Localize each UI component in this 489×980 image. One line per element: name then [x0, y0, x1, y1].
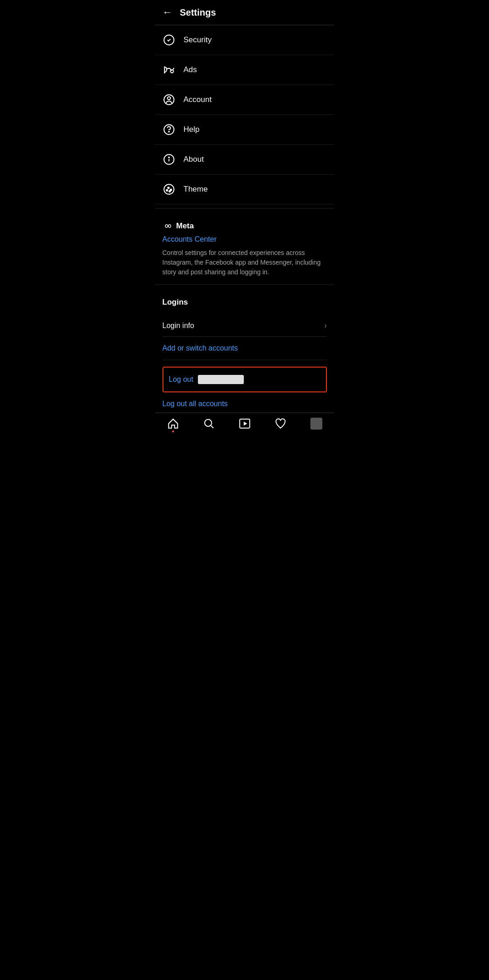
svg-point-11: [166, 190, 168, 191]
divider: [155, 208, 334, 209]
svg-point-1: [170, 70, 174, 73]
about-label: About: [184, 155, 204, 164]
meta-section: Meta Accounts Center Control settings fo…: [155, 212, 334, 281]
svg-point-13: [170, 189, 171, 190]
divider-2: [155, 284, 334, 285]
theme-label: Theme: [184, 185, 208, 194]
svg-marker-18: [243, 422, 247, 426]
search-icon: [203, 418, 215, 430]
heart-icon: [275, 418, 287, 430]
home-active-dot: [172, 431, 174, 432]
login-info-label: Login info: [163, 322, 194, 330]
account-label: Account: [184, 95, 212, 104]
svg-point-9: [169, 157, 169, 158]
nav-profile[interactable]: [310, 418, 322, 430]
settings-menu: Security Ads Account: [155, 25, 334, 204]
sidebar-item-account[interactable]: Account: [155, 85, 334, 115]
logins-title: Logins: [163, 298, 327, 307]
sidebar-item-security[interactable]: Security: [155, 25, 334, 55]
page-title: Settings: [180, 7, 216, 18]
svg-point-10: [164, 184, 174, 194]
reels-icon: [239, 418, 251, 430]
logout-row-wrapper: Log out: [163, 367, 327, 392]
sidebar-item-theme[interactable]: Theme: [155, 175, 334, 204]
security-label: Security: [184, 35, 212, 45]
logout-row[interactable]: Log out: [163, 368, 326, 391]
security-icon: [163, 34, 175, 46]
account-icon: [163, 93, 175, 106]
svg-point-15: [204, 419, 211, 426]
nav-likes[interactable]: [275, 418, 287, 430]
svg-point-6: [169, 131, 169, 132]
meta-logo-icon: [163, 223, 174, 229]
svg-point-14: [169, 191, 170, 192]
help-label: Help: [184, 125, 200, 134]
profile-thumbnail: [310, 418, 322, 430]
logout-username-redacted: [198, 375, 244, 384]
nav-home[interactable]: [167, 418, 179, 430]
svg-line-16: [211, 425, 213, 428]
nav-search[interactable]: [203, 418, 215, 430]
sidebar-item-about[interactable]: About: [155, 145, 334, 175]
help-icon: [163, 123, 175, 136]
meta-description: Control settings for connected experienc…: [163, 248, 327, 277]
ads-icon: [163, 63, 175, 76]
meta-logo-row: Meta: [163, 221, 327, 231]
about-icon: [163, 153, 175, 166]
logins-section: Logins Login info › Add or switch accoun…: [155, 289, 334, 413]
sidebar-item-ads[interactable]: Ads: [155, 55, 334, 85]
header: ← Settings: [155, 0, 334, 25]
sidebar-item-help[interactable]: Help: [155, 115, 334, 145]
svg-point-12: [168, 187, 169, 188]
svg-point-4: [167, 97, 170, 100]
accounts-center-link[interactable]: Accounts Center: [163, 235, 327, 244]
logout-all-accounts-link[interactable]: Log out all accounts: [163, 392, 327, 413]
meta-logo-text: Meta: [176, 221, 194, 231]
svg-line-2: [173, 68, 174, 70]
logout-label: Log out: [169, 375, 193, 384]
theme-icon: [163, 183, 175, 196]
chevron-right-icon: ›: [324, 322, 326, 330]
bottom-nav: [155, 413, 334, 436]
login-info-row[interactable]: Login info ›: [163, 315, 327, 337]
home-icon: [167, 418, 179, 430]
ads-label: Ads: [184, 65, 197, 74]
nav-reels[interactable]: [239, 418, 251, 430]
add-switch-accounts-link[interactable]: Add or switch accounts: [163, 337, 327, 360]
back-button[interactable]: ←: [163, 6, 173, 18]
